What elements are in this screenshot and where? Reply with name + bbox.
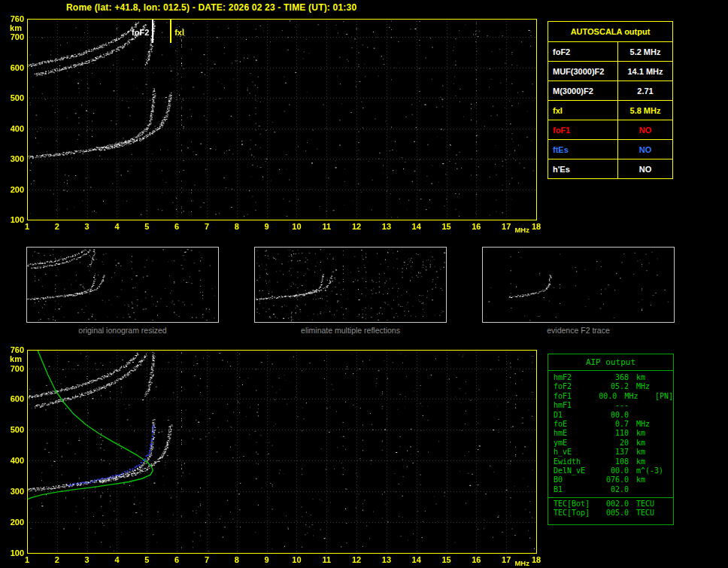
table-row-ftes: ftEs NO [548, 140, 673, 159]
aip-param-value: 002.0 [602, 500, 629, 509]
autoscala-screen: Rome (lat: +41.8, lon: 012.5) - DATE: 20… [0, 0, 728, 568]
param-label: MUF(3000)F2 [548, 62, 618, 81]
aip-param-value: 137 [602, 448, 629, 457]
aip-param-unit: km [629, 429, 672, 438]
aip-row-b1: B102.0 [548, 485, 673, 494]
aip-row-fof2: foF205.2MHz [548, 382, 673, 391]
aip-param-value: --- [602, 401, 629, 410]
aip-param-unit: km [629, 448, 672, 457]
aip-param-unit: m^(-3) [629, 466, 672, 475]
top-ionogram-canvas [0, 0, 549, 239]
autoscala-output-table: AUTOSCALA output foF2 5.2 MHz MUF(3000)F… [548, 21, 673, 179]
aip-param-value: 00.0 [594, 392, 617, 401]
autoscala-header-row: AUTOSCALA output [548, 22, 673, 42]
table-row-m3000: M(3000)F2 2.71 [548, 81, 673, 101]
aip-param-name: foF2 [548, 382, 602, 391]
thumbnail-original-ionogram [26, 247, 219, 323]
aip-param-name: ymE [548, 439, 602, 448]
aip-param-value: 0.7 [602, 420, 629, 429]
aip-param-unit: km [629, 439, 672, 448]
param-label: M(3000)F2 [548, 81, 618, 101]
aip-param-name: foF1 [548, 392, 594, 401]
aip-param-unit: km [629, 373, 672, 382]
aip-param-name: hmF1 [548, 401, 602, 410]
aip-param-unit [629, 485, 672, 494]
aip-param-value: 00.0 [602, 466, 629, 475]
table-row-hes: h'Es NO [548, 159, 673, 179]
aip-row-yme: ymE20km [548, 439, 673, 448]
thumbnail-multiple-reflections-removed [254, 247, 447, 323]
param-label: foF1 [548, 120, 618, 140]
aip-row-foe: foE0.7MHz [548, 420, 673, 429]
param-label: fxI [548, 101, 618, 120]
aip-param-value: 02.0 [602, 485, 629, 494]
aip-row-hve: h_vE137km [548, 448, 673, 457]
aip-param-name: TEC[Top] [548, 509, 602, 518]
aip-param-unit [629, 401, 672, 410]
aip-param-unit: km [629, 475, 672, 484]
aip-param-unit: TECU [629, 509, 672, 518]
aip-rows: hmF2368km foF205.2MHz foF100.0MHz[PN] hm… [548, 371, 673, 494]
aip-param-note: [PN] [655, 392, 673, 401]
thumbnail-caption: original ionogram resized [26, 326, 219, 335]
aip-param-name: B0 [548, 475, 602, 484]
aip-param-unit: km [629, 457, 672, 466]
param-label: h'Es [548, 159, 618, 179]
thumbnail-caption: evidence F2 trace [482, 326, 675, 335]
aip-param-name: hmF2 [548, 373, 602, 382]
aip-row-fof1: foF100.0MHz[PN] [548, 392, 673, 401]
aip-panel-title: AIP output [548, 354, 673, 371]
aip-row-ewidth: Ewidth108km [548, 457, 673, 466]
param-value: 5.2 MHz [618, 42, 673, 62]
table-row-fxi: fxI 5.8 MHz [548, 101, 673, 120]
aip-param-value: 108 [602, 457, 629, 466]
aip-param-name: h_vE [548, 448, 602, 457]
aip-param-name: Ewidth [548, 457, 602, 466]
param-value: 14.1 MHz [618, 62, 673, 81]
aip-row-hmf2: hmF2368km [548, 373, 673, 382]
aip-output-panel: AIP output hmF2368km foF205.2MHz foF100.… [548, 354, 674, 525]
autoscala-table-title: AUTOSCALA output [548, 22, 673, 42]
aip-param-name: D1 [548, 411, 602, 420]
aip-divider [548, 497, 673, 498]
bottom-ionogram-canvas [0, 342, 549, 568]
aip-param-name: hmE [548, 429, 602, 438]
thumbnail-caption: eliminate multiple reflections [254, 326, 447, 335]
aip-param-value: 20 [602, 439, 629, 448]
aip-row-d1: D100.0 [548, 411, 673, 420]
aip-param-unit: TECU [629, 500, 672, 509]
aip-param-unit: MHz [629, 382, 672, 391]
aip-row-tec-top: TEC[Top]005.0TECU [548, 509, 673, 518]
param-label: foF2 [548, 42, 618, 62]
aip-param-name: DelN_vE [548, 466, 602, 475]
aip-param-unit: MHz [617, 392, 655, 401]
param-value: 2.71 [618, 81, 673, 101]
param-value: NO [618, 159, 673, 179]
thumbnail-f2-trace-evidence [482, 247, 675, 323]
table-row-fof1: foF1 NO [548, 120, 673, 140]
aip-param-name: TEC[Bot] [548, 500, 602, 509]
param-value: NO [618, 120, 673, 140]
aip-param-unit: MHz [629, 420, 672, 429]
aip-row-hme: hmE110km [548, 429, 673, 438]
aip-row-delnve: DelN_vE00.0m^(-3) [548, 466, 673, 475]
aip-param-value: 00.0 [602, 411, 629, 420]
aip-row-b0: B0076.0km [548, 475, 673, 484]
aip-param-value: 076.0 [602, 475, 629, 484]
aip-param-value: 005.0 [602, 509, 629, 518]
aip-param-value: 110 [602, 429, 629, 438]
aip-param-name: foE [548, 420, 602, 429]
aip-param-name: B1 [548, 485, 602, 494]
param-value: NO [618, 140, 673, 159]
param-label: ftEs [548, 140, 618, 159]
aip-param-value: 05.2 [602, 382, 629, 391]
aip-param-value: 368 [602, 373, 629, 382]
table-row-muf: MUF(3000)F2 14.1 MHz [548, 62, 673, 81]
table-row-fof2: foF2 5.2 MHz [548, 42, 673, 62]
aip-param-unit [629, 411, 672, 420]
aip-row-hmf1: hmF1--- [548, 401, 673, 410]
aip-row-tec-bot: TEC[Bot]002.0TECU [548, 500, 673, 509]
param-value: 5.8 MHz [618, 101, 673, 120]
